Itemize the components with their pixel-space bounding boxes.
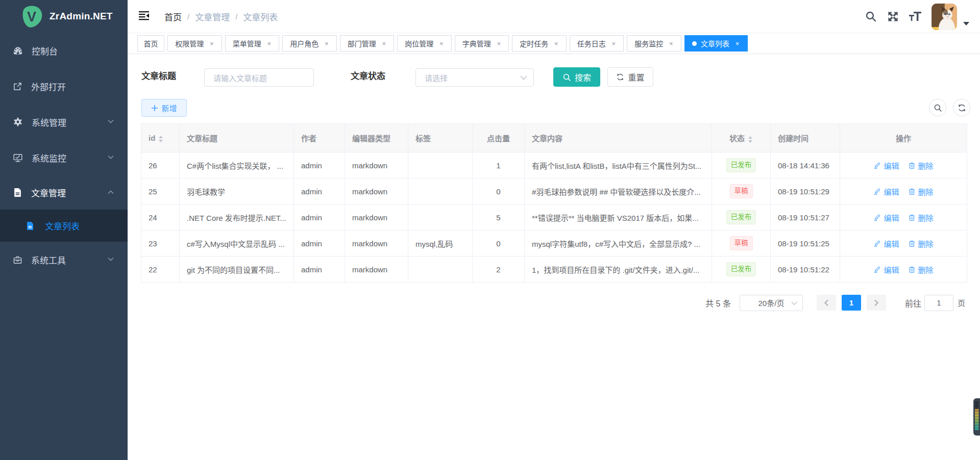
- svg-text:V: V: [27, 9, 36, 24]
